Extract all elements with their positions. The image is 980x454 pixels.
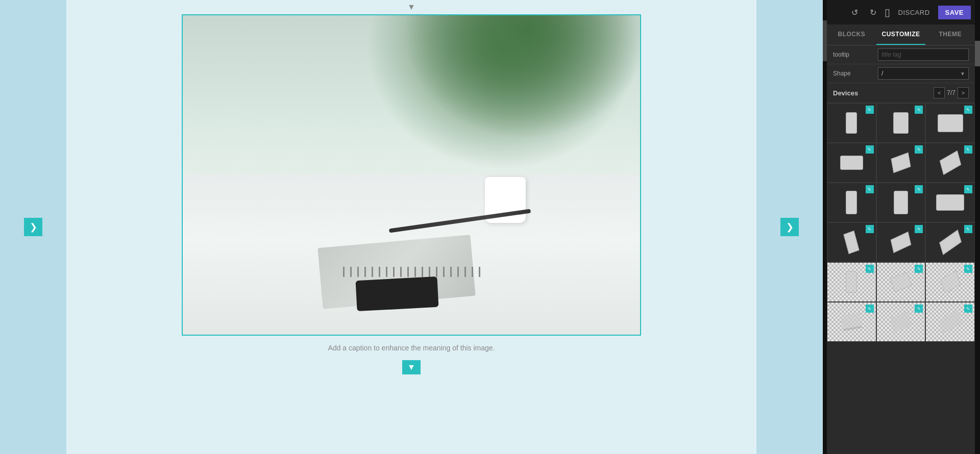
devices-next-button[interactable]: > xyxy=(958,87,969,98)
device-item-3[interactable]: ✎ xyxy=(925,103,975,143)
devices-count: 7/7 xyxy=(947,89,955,96)
photo-phone xyxy=(356,276,439,311)
discard-button[interactable]: DISCARD xyxy=(894,7,934,18)
device-landscape-shape-4 xyxy=(840,156,863,170)
device-edit-badge-8[interactable]: ✎ xyxy=(915,185,923,193)
tab-customize[interactable]: CUSTOMIZE xyxy=(876,24,926,45)
device-item-1[interactable]: ✎ xyxy=(827,103,876,143)
device-item-8[interactable]: ✎ xyxy=(876,183,926,222)
device-item-2[interactable]: ✎ xyxy=(876,103,926,143)
device-item-18[interactable]: ✎ xyxy=(925,302,975,342)
device-edit-badge-1[interactable]: ✎ xyxy=(866,106,874,114)
device-tablet-portrait-shape xyxy=(893,112,909,134)
device-folder-shape-18 xyxy=(938,310,962,334)
arrow-right-icon: ❯ xyxy=(786,221,794,233)
device-edit-badge-3[interactable]: ✎ xyxy=(964,106,972,114)
device-edit-badge-14[interactable]: ✎ xyxy=(915,265,923,273)
devices-title: Devices xyxy=(833,89,858,97)
device-folder-shape-17 xyxy=(890,311,912,333)
device-item-16[interactable]: ✎ xyxy=(827,302,876,342)
device-angled-shape-5 xyxy=(891,153,911,173)
right-scroll-thumb[interactable] xyxy=(975,41,980,66)
main-content: ▼ Add a caption to enhance the meaning o… xyxy=(66,0,756,454)
tab-blocks[interactable]: BLOCKS xyxy=(827,24,876,45)
device-item-10[interactable]: ✎ xyxy=(827,222,876,262)
device-angled-shape-15 xyxy=(940,270,961,293)
device-edit-badge-12[interactable]: ✎ xyxy=(964,225,972,233)
scroll-down-button[interactable]: ▼ xyxy=(402,360,421,374)
device-item-13[interactable]: ✎ xyxy=(827,262,876,302)
outer-scrollbar[interactable] xyxy=(823,0,827,454)
devices-prev-button[interactable]: < xyxy=(934,87,945,98)
device-item-17[interactable]: ✎ xyxy=(876,302,926,342)
chevron-down-icon: ▼ xyxy=(407,363,415,372)
chevron-up-icon: ▼ xyxy=(407,3,415,12)
right-scrollbar[interactable] xyxy=(975,0,980,454)
device-edit-badge-11[interactable]: ✎ xyxy=(915,225,923,233)
device-edit-badge-18[interactable]: ✎ xyxy=(964,305,972,313)
device-edit-badge-15[interactable]: ✎ xyxy=(964,265,972,273)
device-edit-badge-9[interactable]: ✎ xyxy=(964,185,972,193)
device-edit-badge-4[interactable]: ✎ xyxy=(866,145,874,154)
device-edit-badge-6[interactable]: ✎ xyxy=(964,145,972,154)
tooltip-value: title tag xyxy=(881,51,901,58)
device-edit-badge-5[interactable]: ✎ xyxy=(915,145,923,154)
device-item-7[interactable]: ✎ xyxy=(827,183,876,222)
device-wide-shape-9 xyxy=(936,194,964,211)
left-sidebar: ❯ xyxy=(0,0,66,454)
shape-label: Shape xyxy=(833,70,874,77)
device-phone-portrait-shape xyxy=(846,112,857,134)
device-edit-badge-2[interactable]: ✎ xyxy=(915,106,923,114)
tooltip-input[interactable]: title tag xyxy=(878,48,969,61)
devices-header: Devices < 7/7 > xyxy=(827,83,975,103)
tab-theme[interactable]: THEME xyxy=(925,24,975,45)
nav-right-button[interactable]: ❯ xyxy=(780,218,799,236)
device-edit-badge-13[interactable]: ✎ xyxy=(866,265,874,273)
device-angled-shape-6 xyxy=(940,150,961,175)
device-tablet-shape-8 xyxy=(894,191,908,214)
device-edit-badge-10[interactable]: ✎ xyxy=(866,225,874,233)
device-item-9[interactable]: ✎ xyxy=(925,183,975,222)
mobile-preview-button[interactable]: ▯ xyxy=(885,6,890,18)
undo-icon: ↺ xyxy=(851,8,858,17)
panel-tabs: BLOCKS CUSTOMIZE THEME xyxy=(827,24,975,45)
photo-spiral xyxy=(343,267,486,277)
outer-scroll-thumb[interactable] xyxy=(823,20,827,61)
device-edit-badge-17[interactable]: ✎ xyxy=(915,305,923,313)
nav-left-button[interactable]: ❯ xyxy=(24,218,42,236)
arrow-left-icon: ❯ xyxy=(30,221,37,233)
image-block xyxy=(182,14,641,336)
device-edit-badge-7[interactable]: ✎ xyxy=(866,185,874,193)
redo-button[interactable]: ↻ xyxy=(866,5,880,19)
tooltip-field-row: tooltip title tag xyxy=(827,45,975,64)
undo-button[interactable]: ↺ xyxy=(848,5,862,19)
device-phone-shape-13 xyxy=(846,271,857,293)
device-item-14[interactable]: ✎ xyxy=(876,262,926,302)
device-item-5[interactable]: ✎ xyxy=(876,143,926,183)
save-button[interactable]: SAVE xyxy=(938,6,971,19)
shape-field-row: Shape / ▼ xyxy=(827,64,975,83)
devices-pagination: < 7/7 > xyxy=(934,87,969,98)
mobile-icon: ▯ xyxy=(885,7,890,18)
device-edit-badge-16[interactable]: ✎ xyxy=(866,305,874,313)
shape-value: / xyxy=(881,70,883,77)
shape-select[interactable]: / ▼ xyxy=(878,67,969,80)
device-item-4[interactable]: ✎ xyxy=(827,143,876,183)
panel-content: tooltip title tag Shape / ▼ Devices < 7/… xyxy=(827,45,975,454)
tooltip-label: tooltip xyxy=(833,51,874,58)
device-item-6[interactable]: ✎ xyxy=(925,143,975,183)
device-item-12[interactable]: ✎ xyxy=(925,222,975,262)
photo-placeholder xyxy=(183,15,640,335)
device-item-11[interactable]: ✎ xyxy=(876,222,926,262)
device-angled-shape-11 xyxy=(891,232,911,253)
toolbar: ↺ ↻ ▯ DISCARD SAVE xyxy=(827,0,975,24)
scroll-up-button[interactable]: ▼ xyxy=(402,0,421,14)
device-grid: ✎ ✎ ✎ ✎ ✎ ✎ xyxy=(827,103,975,342)
device-item-15[interactable]: ✎ xyxy=(925,262,975,302)
right-nav: ❯ xyxy=(756,0,823,454)
device-phone-shape-7 xyxy=(846,191,857,214)
device-folder-shape-16 xyxy=(841,313,863,331)
device-angled-tall-shape-10 xyxy=(844,231,860,254)
device-tablet-landscape-shape xyxy=(938,114,963,132)
image-caption: Add a caption to enhance the meaning of … xyxy=(328,344,495,352)
